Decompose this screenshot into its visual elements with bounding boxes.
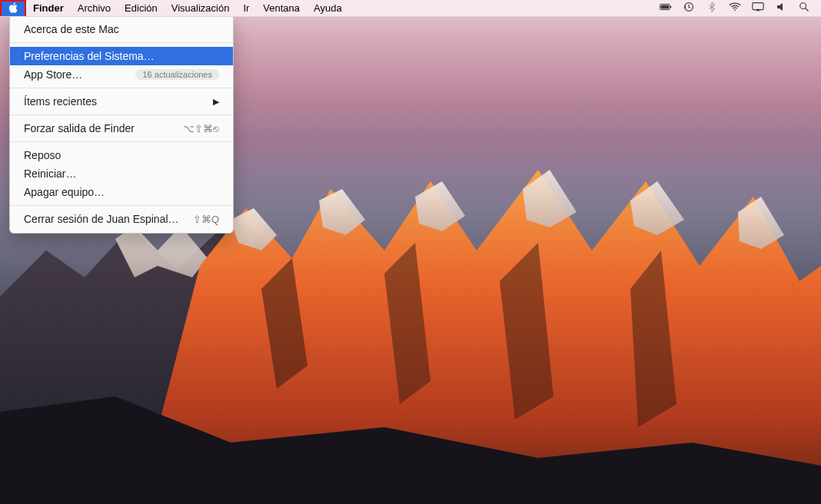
- menu-item-label: Acerca de este Mac: [24, 23, 119, 35]
- menu-about-mac[interactable]: Acerca de este Mac: [10, 20, 233, 38]
- menu-item-label: Preferencias del Sistema…: [24, 50, 155, 62]
- menu-bar-right: [660, 2, 815, 15]
- apple-menu-dropdown: Acerca de este Mac Preferencias del Sist…: [9, 17, 234, 234]
- svg-rect-1: [661, 5, 669, 9]
- svg-point-4: [734, 9, 736, 11]
- time-machine-icon[interactable]: [683, 2, 695, 15]
- menu-item-label: App Store…: [24, 68, 82, 81]
- menu-logout[interactable]: Cerrar sesión de Juan Espinal… ⇧⌘Q: [10, 210, 233, 228]
- menu-item-label: Apagar equipo…: [24, 186, 105, 198]
- menu-system-preferences[interactable]: Preferencias del Sistema…: [10, 47, 233, 65]
- menu-item-label: Ítems recientes: [24, 95, 97, 108]
- menu-item-label: Reiniciar…: [24, 167, 76, 180]
- keyboard-shortcut: ⇧⌘Q: [193, 214, 219, 225]
- apple-icon: [8, 2, 18, 15]
- menu-shutdown[interactable]: Apagar equipo…: [10, 183, 233, 201]
- menu-ir[interactable]: Ir: [236, 0, 256, 16]
- menu-sleep[interactable]: Reposo: [10, 146, 233, 164]
- keyboard-shortcut: ⌥⇧⌘⎋: [183, 123, 219, 134]
- menu-separator: [10, 205, 233, 206]
- menu-separator: [10, 114, 233, 115]
- menu-bar: Finder Archivo Edición Visualización Ir …: [0, 0, 821, 17]
- menu-ventana[interactable]: Ventana: [256, 0, 307, 16]
- volume-icon[interactable]: [775, 2, 787, 15]
- menu-force-quit[interactable]: Forzar salida de Finder ⌥⇧⌘⎋: [10, 119, 233, 138]
- menu-separator: [10, 42, 233, 43]
- menu-app-store[interactable]: App Store… 16 actualizaciones: [10, 65, 233, 84]
- menu-item-label: Forzar salida de Finder: [24, 122, 135, 134]
- menu-bar-left: Finder Archivo Edición Visualización Ir …: [0, 0, 349, 16]
- menu-item-label: Reposo: [24, 149, 61, 161]
- menu-separator: [10, 141, 233, 142]
- menu-item-label: Cerrar sesión de Juan Espinal…: [24, 213, 179, 225]
- menu-ayuda[interactable]: Ayuda: [307, 0, 349, 16]
- airplay-icon[interactable]: [752, 2, 764, 15]
- menu-archivo[interactable]: Archivo: [71, 0, 118, 16]
- menu-separator: [10, 88, 233, 88]
- menu-visualizacion[interactable]: Visualización: [165, 0, 237, 16]
- svg-rect-2: [670, 5, 672, 8]
- bluetooth-icon[interactable]: [706, 2, 718, 15]
- menu-app-name[interactable]: Finder: [26, 0, 71, 16]
- apple-menu-button[interactable]: [0, 0, 26, 16]
- menu-edicion[interactable]: Edición: [118, 0, 165, 16]
- update-count-badge: 16 actualizaciones: [135, 69, 219, 80]
- submenu-arrow-icon: ▶: [213, 97, 219, 107]
- wifi-icon[interactable]: [729, 2, 741, 15]
- menu-recent-items[interactable]: Ítems recientes ▶: [10, 92, 233, 111]
- menu-restart[interactable]: Reiniciar…: [10, 164, 233, 183]
- spotlight-icon[interactable]: [798, 2, 810, 15]
- battery-icon[interactable]: [660, 2, 672, 15]
